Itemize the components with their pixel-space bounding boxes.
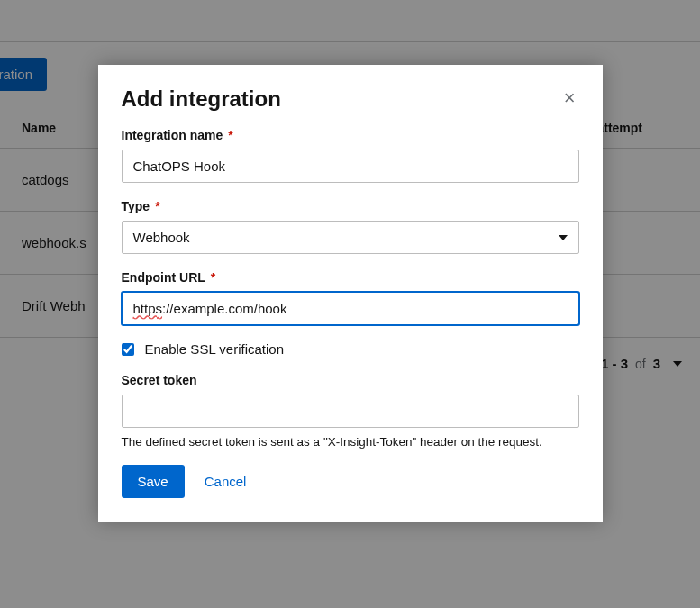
integration-name-input[interactable]	[122, 150, 579, 183]
secret-token-input[interactable]	[122, 395, 579, 428]
endpoint-url-input[interactable]: https://example.com/hook	[122, 292, 579, 325]
type-select[interactable]: Webhook	[122, 221, 579, 254]
field-integration-name: Integration name*	[122, 128, 579, 183]
cancel-button[interactable]: Cancel	[201, 465, 250, 498]
ssl-checkbox[interactable]	[122, 343, 134, 356]
field-secret-token: Secret token The defined secret token is…	[122, 373, 579, 449]
modal-header: Add integration ×	[122, 86, 579, 112]
close-button[interactable]: ×	[560, 86, 579, 110]
add-integration-modal: Add integration × Integration name* Type…	[98, 65, 603, 522]
modal-actions: Save Cancel	[122, 465, 579, 498]
close-icon: ×	[564, 86, 576, 109]
save-button[interactable]: Save	[122, 465, 185, 498]
field-type: Type* Webhook	[122, 199, 579, 254]
type-label: Type*	[122, 199, 579, 213]
modal-title: Add integration	[122, 86, 281, 112]
field-ssl: Enable SSL verification	[122, 341, 579, 357]
secret-token-label: Secret token	[122, 373, 579, 387]
field-endpoint-url: Endpoint URL* https://example.com/hook	[122, 270, 579, 325]
chevron-down-icon	[559, 235, 568, 240]
type-select-value: Webhook	[133, 230, 190, 245]
ssl-label: Enable SSL verification	[145, 341, 285, 357]
endpoint-url-label: Endpoint URL*	[122, 270, 579, 285]
secret-token-help: The defined secret token is sent as a "X…	[122, 435, 579, 449]
modal-overlay: Add integration × Integration name* Type…	[0, 0, 700, 608]
integration-name-label: Integration name*	[122, 128, 579, 142]
